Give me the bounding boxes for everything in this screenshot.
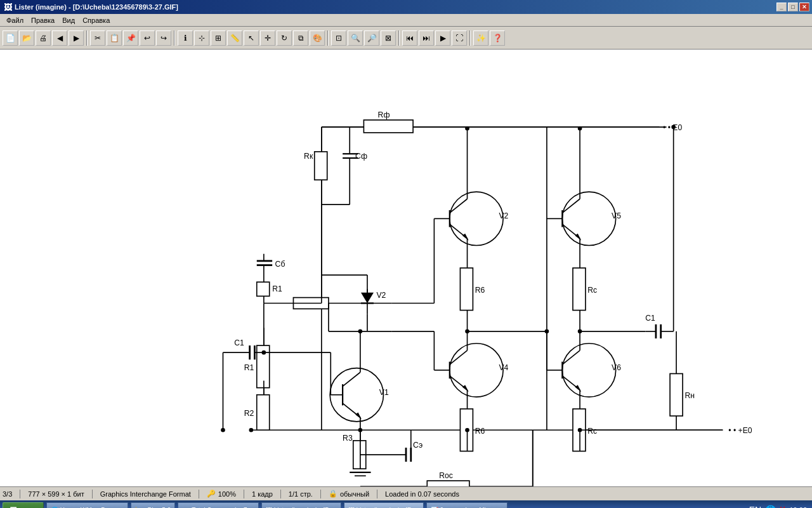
- svg-text:R3: R3: [343, 434, 353, 443]
- status-sep7: [377, 490, 377, 498]
- svg-text:R6: R6: [475, 427, 485, 436]
- menu-edit[interactable]: Правка: [27, 16, 58, 25]
- svg-text:Сб: Сб: [275, 260, 285, 269]
- copy-button[interactable]: 📋: [107, 30, 122, 46]
- svg-rect-10: [315, 152, 327, 180]
- rotate-button[interactable]: ↻: [277, 30, 292, 46]
- status-pages: 1/1 стр.: [289, 490, 313, 498]
- status-sep6: [320, 490, 321, 498]
- svg-text:Rн: Rн: [684, 391, 695, 400]
- svg-text:R6: R6: [475, 286, 485, 295]
- sep3: [327, 30, 329, 46]
- info-button[interactable]: ℹ: [178, 30, 193, 46]
- circuit-diagram: .wire { stroke: #000; stroke-width: 1.5;…: [0, 50, 812, 486]
- help-button[interactable]: ❓: [490, 30, 505, 46]
- svg-rect-46: [257, 395, 270, 430]
- status-dimensions: 777 × 599 × 1 бит: [28, 490, 84, 498]
- toolbar: 📄 📂 🖨 ◀ ▶ ✂ 📋 📌 ↩ ↪ ℹ ⊹ ⊞ 📏 ↖ ✛ ↻ ⧉ 🎨 ⊡ …: [0, 27, 812, 50]
- svg-marker-32: [361, 293, 374, 304]
- zoom-actual-button[interactable]: ⊠: [381, 30, 396, 46]
- sep5: [469, 30, 471, 46]
- svg-point-162: [465, 428, 469, 432]
- titlebar-left: 🖼 Lister (imagine) - [D:\Ucheba\12345678…: [4, 3, 178, 12]
- next-page-button[interactable]: ⏭: [419, 30, 434, 46]
- status-page: 3/3: [3, 490, 12, 498]
- status-loaded: Loaded in 0.07 seconds: [385, 490, 459, 498]
- sep2: [174, 30, 175, 46]
- svg-point-142: [545, 330, 549, 334]
- menu-view[interactable]: Вид: [58, 16, 79, 25]
- svg-rect-99: [460, 268, 473, 311]
- svg-text:R1: R1: [272, 284, 282, 293]
- svg-point-161: [578, 428, 582, 432]
- titlebar: 🖼 Lister (imagine) - [D:\Ucheba\12345678…: [0, 0, 812, 14]
- svg-text:V4: V4: [499, 363, 508, 372]
- status-sep5: [280, 490, 281, 498]
- start-label: пуск: [20, 505, 37, 508]
- zoom-fit-button[interactable]: ⊡: [331, 30, 346, 46]
- forward-button[interactable]: ▶: [69, 30, 84, 46]
- titlebar-title: Lister (imagine) - [D:\Ucheba\123456789\…: [15, 3, 178, 11]
- svg-text:V2: V2: [376, 291, 386, 300]
- titlebar-controls: _ □ ✕: [776, 3, 809, 11]
- svg-rect-25: [257, 282, 270, 296]
- status-zoom: 🔑 100%: [207, 490, 236, 498]
- zoom-icon: 🔑: [207, 490, 216, 498]
- slideshow-button[interactable]: ▶: [435, 30, 450, 46]
- pages-text: 1/1 стр.: [289, 490, 313, 498]
- dimensions-text: 777 × 599 × 1 бит: [28, 490, 84, 498]
- cursor-button[interactable]: ↖: [244, 30, 259, 46]
- select-button[interactable]: ⊹: [194, 30, 209, 46]
- redo-button[interactable]: ↪: [156, 30, 171, 46]
- svg-text:R1: R1: [244, 363, 254, 372]
- loaded-text: Loaded in 0.07 seconds: [385, 490, 459, 498]
- status-sep1: [20, 490, 20, 498]
- taskbar-item-3[interactable]: 🖼 Lister (imagine) - [D:...: [261, 502, 341, 508]
- svg-text:Сэ: Сэ: [413, 441, 422, 450]
- svg-text:Rк: Rк: [304, 152, 313, 161]
- zoom-in-button[interactable]: 🔍: [348, 30, 363, 46]
- lock-icon: 🔒: [329, 490, 337, 498]
- paste-button[interactable]: 📌: [123, 30, 138, 46]
- svg-rect-85: [427, 481, 469, 486]
- menu-help[interactable]: Справка: [79, 16, 114, 25]
- effects-button[interactable]: ✨: [473, 30, 488, 46]
- svg-text:C1: C1: [234, 338, 244, 347]
- taskbar-item-4[interactable]: 🖼 Lister (imagine) - [D:...: [344, 502, 424, 508]
- menu-file[interactable]: Файл: [3, 16, 27, 25]
- minimize-button[interactable]: _: [776, 3, 787, 11]
- taskbar-item-0[interactable]: 🌐 HeroesWM.ru Герои...: [46, 502, 128, 508]
- svg-text:R2: R2: [244, 409, 254, 418]
- open-button[interactable]: 📂: [19, 30, 34, 46]
- zoom-text: 100%: [218, 490, 236, 498]
- taskbar-item-5[interactable]: 📝 2 часть.doc - Micros...: [426, 502, 508, 508]
- fullscreen-button[interactable]: ⛶: [452, 30, 467, 46]
- print-button[interactable]: 🖨: [36, 30, 51, 46]
- tray-lang[interactable]: EN: [749, 505, 761, 508]
- svg-text:Rф: Rф: [378, 110, 390, 119]
- status-sep2: [92, 490, 93, 498]
- svg-point-88: [450, 192, 503, 245]
- maximize-button[interactable]: □: [788, 3, 798, 11]
- taskbar: ⊞ пуск 🌐 HeroesWM.ru Герои... 📐 sPlan 5.…: [0, 500, 812, 508]
- undo-button[interactable]: ↩: [140, 30, 155, 46]
- layers-button[interactable]: ⧉: [293, 30, 308, 46]
- status-sep3: [199, 490, 199, 498]
- close-button[interactable]: ✕: [799, 3, 809, 11]
- taskbar-item-2[interactable]: 📁 Total Commander 7....: [178, 502, 258, 508]
- color-button[interactable]: 🎨: [310, 30, 325, 46]
- sep1: [86, 30, 88, 46]
- move-button[interactable]: ✛: [260, 30, 275, 46]
- new-button[interactable]: 📄: [3, 30, 18, 46]
- back-button[interactable]: ◀: [52, 30, 67, 46]
- taskbar-item-1[interactable]: 📐 sPlan 5.0: [131, 502, 176, 508]
- ruler-button[interactable]: 📏: [227, 30, 242, 46]
- grid-button[interactable]: ⊞: [211, 30, 226, 46]
- start-button[interactable]: ⊞ пуск: [3, 502, 44, 508]
- prev-page-button[interactable]: ⏮: [402, 30, 417, 46]
- zoom-out-button[interactable]: 🔎: [364, 30, 379, 46]
- cut-button[interactable]: ✂: [90, 30, 105, 46]
- taskbar-right: EN 🌐 K 19:02: [749, 505, 809, 508]
- svg-text:V2: V2: [499, 211, 508, 220]
- windows-icon: ⊞: [10, 505, 17, 508]
